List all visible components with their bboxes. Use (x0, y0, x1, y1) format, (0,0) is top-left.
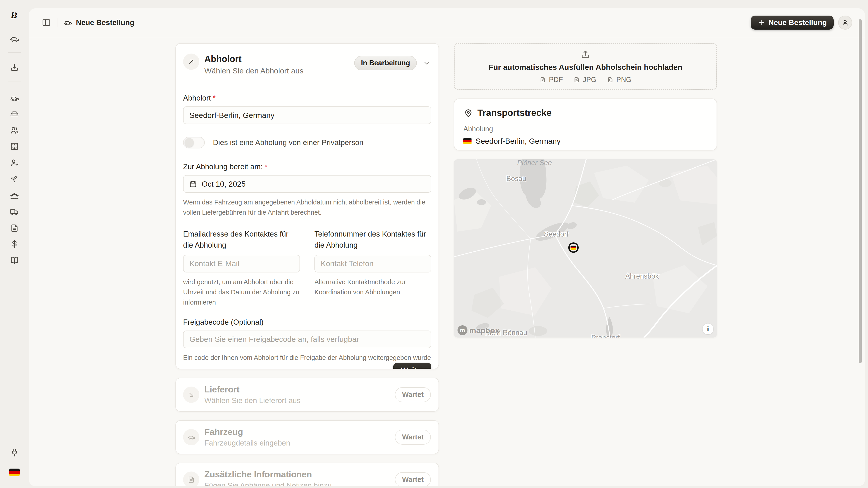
german-flag-icon (463, 138, 471, 144)
step-subtitle: Wählen Sie den Lieferort aus (204, 396, 301, 405)
plus-icon (757, 19, 765, 26)
main-panel: Neue Bestellung Neue Bestellung (29, 8, 865, 486)
image-icon (573, 76, 580, 83)
sidebar-item-customers[interactable] (8, 124, 21, 137)
delivery-step-icon (183, 387, 199, 403)
step-title: Zusätzliche Informationen (204, 469, 332, 480)
scrollbar-thumb[interactable] (859, 19, 862, 363)
pickup-location-label: Abholort* (183, 94, 431, 102)
header-divider (57, 18, 57, 27)
app-logo[interactable]: B (8, 9, 21, 22)
collapse-button[interactable] (423, 59, 431, 67)
sidebar-item-billing[interactable] (8, 238, 21, 251)
next-button[interactable]: Weiter (393, 363, 431, 369)
sidebar-item-trucking[interactable] (8, 205, 21, 218)
step-card-delivery[interactable]: Lieferort Wählen Sie den Lieferort aus W… (176, 378, 439, 412)
book-open-icon (9, 255, 20, 265)
new-order-button[interactable]: Neue Bestellung (751, 15, 834, 30)
toggle-knob (185, 138, 194, 147)
status-badge: Wartet (395, 387, 431, 402)
release-code-input[interactable] (183, 330, 431, 348)
bolt-b-logo-icon: B (9, 10, 20, 20)
sidebar-item-docs[interactable] (8, 254, 21, 267)
mapbox-wordmark: mapbox (469, 326, 499, 335)
route-pickup-label: Abholung (463, 125, 708, 133)
car-side-icon (9, 93, 20, 103)
user-menu-button[interactable] (838, 15, 852, 30)
required-asterisk: * (213, 94, 216, 102)
pickup-step-icon (183, 54, 199, 70)
sidebar-item-drivers[interactable] (8, 157, 21, 169)
user-icon (841, 19, 849, 27)
arrow-down-right-icon (187, 391, 195, 399)
file-text-icon (187, 476, 195, 484)
map-canvas: Plöner See Bosau Seedorf Ahrensbök Prons… (454, 159, 717, 337)
status-badge: Wartet (395, 430, 431, 445)
panel-left-icon (41, 18, 51, 27)
arrow-up-right-icon (187, 58, 195, 66)
map-label-seedorf: Seedorf (544, 230, 568, 238)
private-person-toggle-label: Dies ist eine Abholung von einer Privatp… (213, 138, 364, 147)
dollar-icon (9, 239, 20, 249)
phone-label: Telefonnummer des Kontaktes für die Abho… (314, 228, 431, 251)
additional-info-step-icon (183, 471, 199, 486)
car-icon (187, 433, 195, 441)
route-pickup-location: Seedorf-Berlin, Germany (463, 137, 708, 145)
sidebar-item-air-freight[interactable] (8, 173, 21, 185)
route-map[interactable]: Plöner See Bosau Seedorf Ahrensbök Prons… (454, 159, 717, 337)
release-code-label: Freigabecode (Optional) (183, 318, 431, 326)
ship-icon (9, 191, 20, 201)
file-text-icon (9, 223, 20, 233)
file-type-pdf: PDF (539, 76, 563, 84)
sidebar-item-sea-freight[interactable] (8, 189, 21, 202)
file-type-jpg: JPG (573, 76, 596, 84)
truck-icon (9, 207, 20, 217)
download-icon (9, 63, 20, 73)
required-asterisk: * (265, 162, 268, 171)
pickup-phone-input[interactable] (314, 255, 431, 272)
sidebar-item-cars[interactable] (8, 92, 21, 105)
map-label-lake: Plöner See (517, 159, 552, 167)
building-icon (9, 141, 20, 151)
map-attribution-info-button[interactable]: i (703, 324, 713, 334)
route-card: Transportstrecke Abholung Seedorf-Berlin… (454, 98, 717, 151)
pickup-location-input[interactable] (183, 106, 431, 124)
pickup-slip-upload-dropzone[interactable]: Für automatisches Ausfüllen Abholschein … (454, 43, 717, 90)
ready-date-label: Zur Abholung bereit am:* (183, 162, 431, 171)
plane-icon (9, 174, 20, 184)
map-label-pronstorf: Pronstorf (591, 334, 620, 337)
private-person-toggle[interactable] (183, 137, 205, 149)
sidebar-divider (8, 82, 21, 82)
upload-title: Für automatisches Ausfüllen Abholschein … (489, 63, 682, 72)
ready-date-field[interactable]: Oct 10, 2025 (183, 175, 431, 193)
file-type-png: PNG (607, 76, 631, 84)
status-badge[interactable]: In Bearbeitung (354, 56, 417, 70)
sidebar-toggle-button[interactable] (41, 18, 51, 27)
pickup-map-marker[interactable] (568, 242, 579, 253)
release-code-help: Ein code der Ihnen vom Abholort für die … (183, 353, 431, 363)
header: Neue Bestellung Neue Bestellung (29, 8, 865, 37)
sidebar: B (0, 0, 29, 488)
sidebar-item-downloads[interactable] (8, 61, 21, 74)
language-flag-button[interactable] (9, 468, 20, 476)
sidebar-item-transports[interactable] (8, 33, 21, 45)
plug-icon (9, 448, 20, 458)
users-icon (9, 125, 20, 135)
mapbox-logo[interactable]: m mapbox (458, 325, 499, 335)
sidebar-item-companies[interactable] (8, 140, 21, 153)
map-pin-icon (463, 108, 473, 118)
image-icon (607, 76, 614, 83)
phone-help: Alternative Kontaktmethode zur Koordinat… (314, 277, 431, 297)
step-title: Lieferort (204, 385, 301, 394)
sidebar-item-integrations[interactable] (8, 447, 21, 459)
mapbox-logo-icon: m (458, 325, 467, 335)
pickup-email-input[interactable] (183, 255, 300, 272)
user-check-icon (9, 158, 20, 168)
sidebar-item-orders[interactable] (8, 222, 21, 234)
breadcrumb[interactable]: Neue Bestellung (63, 18, 134, 27)
step-card-vehicle[interactable]: Fahrzeug Fahrzeugdetails eingeben Wartet (176, 420, 439, 454)
map-label-ahrensboek: Ahrensbök (625, 272, 659, 280)
route-pickup-value: Seedorf-Berlin, Germany (475, 137, 561, 145)
sidebar-item-fleet[interactable] (8, 108, 21, 121)
step-card-additional-info[interactable]: Zusätzliche Informationen Fügen Sie Anhä… (176, 463, 439, 486)
